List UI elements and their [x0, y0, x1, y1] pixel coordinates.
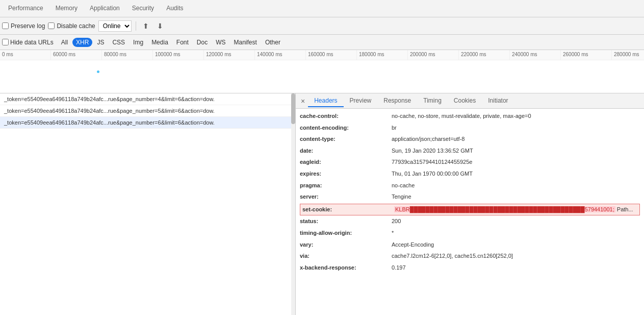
tick-160000: 160000 ms: [306, 50, 357, 60]
filter-font[interactable]: Font: [173, 38, 192, 47]
filter-all[interactable]: All: [58, 38, 71, 47]
toolbar-divider: [136, 21, 136, 31]
header-name-eagleid: eagleid:: [300, 158, 392, 167]
hide-data-urls-checkbox[interactable]: Hide data URLs: [2, 39, 54, 46]
header-value-eagleid: 77939ca315794410124455925e: [392, 158, 472, 167]
network-list[interactable]: _token=e55409eea6496118a749b24afc...rue&…: [0, 93, 295, 315]
header-name-x-backend-response: x-backend-response:: [300, 263, 392, 273]
close-detail-button[interactable]: ×: [298, 96, 308, 106]
header-row-content-type: content-type: application/json;charset=u…: [300, 134, 640, 146]
tick-120000: 120000 ms: [204, 50, 255, 60]
export-button[interactable]: ⬇: [154, 21, 166, 31]
header-name-cache-control: cache-control:: [300, 112, 392, 121]
filter-ws[interactable]: WS: [212, 38, 229, 47]
tick-80000: 80000 ms: [102, 50, 153, 60]
tick-100000: 100000 ms: [153, 50, 204, 60]
header-name-content-type: content-type:: [300, 135, 392, 144]
header-name-content-encoding: content-encoding:: [300, 124, 392, 133]
header-value-pragma: no-cache: [392, 181, 415, 190]
filter-xhr[interactable]: XHR: [72, 38, 92, 47]
header-value-content-encoding: br: [392, 124, 397, 133]
header-name-set-cookie: set-cookie:: [302, 205, 394, 214]
filter-manifest[interactable]: Manifest: [230, 38, 261, 47]
header-name-status: status:: [300, 217, 392, 226]
right-panel: × Headers Preview Response Timing Cookie…: [296, 93, 644, 315]
disable-cache-input[interactable]: [48, 22, 55, 29]
filter-css[interactable]: CSS: [109, 38, 128, 47]
header-name-vary: vary:: [300, 240, 392, 250]
header-row-timing-allow-origin: timing-allow-origin: *: [300, 228, 640, 239]
header-value-date: Sun, 19 Jan 2020 13:36:52 GMT: [392, 147, 473, 156]
filter-js[interactable]: JS: [93, 38, 108, 47]
network-item-2[interactable]: _token=e55409eea6496118a749b24afc...rue&…: [0, 117, 295, 129]
header-value-via: cache7.l2cm12-6[212,0], cache15.cn1260[2…: [392, 252, 513, 261]
header-value-set-cookie: KLBR████████████████████████████████████…: [394, 205, 633, 214]
cookie-value-redacted: KLBR████████████████████████████████████…: [394, 206, 615, 212]
cookie-value-path: Path...: [617, 206, 633, 212]
filter-media[interactable]: Media: [148, 38, 172, 47]
header-value-x-backend-response: 0.197: [392, 263, 406, 273]
header-row-server: server: Tengine: [300, 191, 640, 203]
disable-cache-label: Disable cache: [57, 22, 95, 30]
hide-data-urls-input[interactable]: [2, 39, 9, 45]
detail-tab-headers[interactable]: Headers: [308, 95, 343, 107]
header-name-server: server:: [300, 192, 392, 202]
tick-220000: 220000 ms: [459, 50, 510, 60]
preserve-log-checkbox[interactable]: Preserve log: [2, 22, 45, 30]
timeline-content: [0, 60, 644, 93]
tab-performance[interactable]: Performance: [2, 2, 49, 16]
left-panel: _token=e55409eea6496118a749b24afc...rue&…: [0, 93, 296, 315]
detail-tab-response[interactable]: Response: [377, 95, 417, 107]
tick-0: 0 ms: [0, 50, 51, 60]
preserve-log-label: Preserve log: [11, 22, 45, 30]
filter-other[interactable]: Other: [262, 38, 284, 47]
scrollbar-track: [291, 93, 295, 315]
network-toolbar: Preserve log Disable cache Online ⬆ ⬇: [0, 17, 644, 35]
tick-280000: 280000 ms: [612, 50, 644, 60]
tab-audits[interactable]: Audits: [160, 2, 189, 16]
header-value-content-type: application/json;charset=utf-8: [392, 135, 465, 144]
import-button[interactable]: ⬆: [140, 21, 151, 31]
tick-60000: 60000 ms: [51, 50, 102, 60]
hide-data-urls-label: Hide data URLs: [10, 39, 54, 46]
timeline-ruler: 0 ms 60000 ms 80000 ms 100000 ms 120000 …: [0, 50, 644, 60]
detail-tab-preview[interactable]: Preview: [344, 95, 378, 107]
header-value-expires: Thu, 01 Jan 1970 00:00:00 GMT: [392, 169, 473, 179]
detail-tab-initiator[interactable]: Initiator: [482, 95, 514, 107]
header-name-expires: expires:: [300, 169, 392, 179]
detail-tabs: × Headers Preview Response Timing Cookie…: [296, 93, 644, 109]
timeline-area: 0 ms 60000 ms 80000 ms 100000 ms 120000 …: [0, 50, 644, 93]
headers-content: cache-control: no-cache, no-store, must-…: [296, 109, 644, 276]
header-value-vary: Accept-Encoding: [392, 240, 434, 250]
header-row-content-encoding: content-encoding: br: [300, 123, 640, 134]
tab-memory[interactable]: Memory: [49, 2, 84, 16]
header-row-status: status: 200: [300, 216, 640, 228]
header-name-pragma: pragma:: [300, 181, 392, 190]
header-name-timing-allow-origin: timing-allow-origin:: [300, 229, 392, 238]
header-row-x-backend-response: x-backend-response: 0.197: [300, 262, 640, 274]
header-row-eagleid: eagleid: 77939ca315794410124455925e: [300, 157, 640, 168]
header-name-date: date:: [300, 147, 392, 156]
header-value-server: Tengine: [392, 192, 411, 202]
network-item-0[interactable]: _token=e55409eea6496118a749b24afc...rue&…: [0, 93, 295, 105]
disable-cache-checkbox[interactable]: Disable cache: [48, 22, 95, 30]
header-row-date: date: Sun, 19 Jan 2020 13:36:52 GMT: [300, 146, 640, 157]
filter-bar: Hide data URLs All XHR JS CSS Img Media …: [0, 35, 644, 50]
header-value-cache-control: no-cache, no-store, must-revalidate, pri…: [392, 112, 531, 121]
detail-tab-cookies[interactable]: Cookies: [448, 95, 482, 107]
tick-140000: 140000 ms: [255, 50, 306, 60]
tick-260000: 260000 ms: [561, 50, 612, 60]
network-item-1[interactable]: _token=e55409eea6496118a749b24afc...rue&…: [0, 105, 295, 117]
detail-tab-timing[interactable]: Timing: [417, 95, 448, 107]
tab-security[interactable]: Security: [126, 2, 160, 16]
header-value-status: 200: [392, 217, 401, 226]
tick-240000: 240000 ms: [510, 50, 561, 60]
scrollbar-thumb[interactable]: [291, 93, 295, 124]
filter-img[interactable]: Img: [130, 38, 147, 47]
preserve-log-input[interactable]: [2, 22, 9, 29]
filter-doc[interactable]: Doc: [193, 38, 211, 47]
tab-application[interactable]: Application: [84, 2, 126, 16]
main-area: _token=e55409eea6496118a749b24afc...rue&…: [0, 93, 644, 315]
network-condition-select[interactable]: Online: [98, 20, 132, 32]
header-row-pragma: pragma: no-cache: [300, 180, 640, 192]
